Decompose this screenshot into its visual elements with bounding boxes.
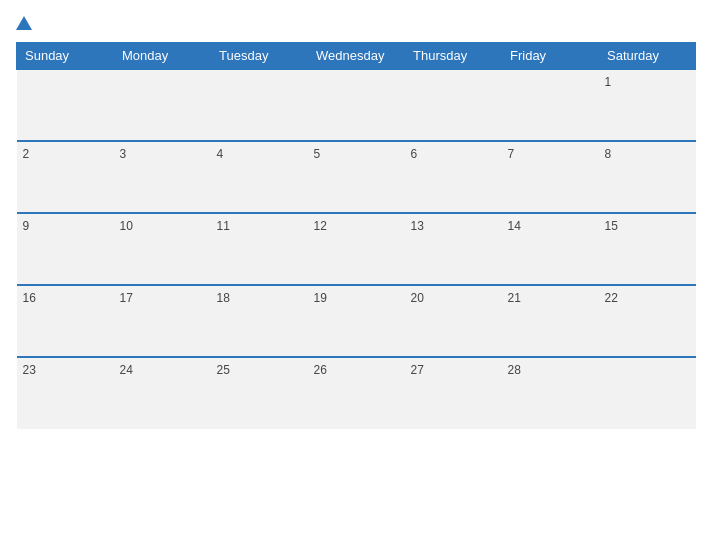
calendar-body: 1234567891011121314151617181920212223242…: [17, 69, 696, 429]
calendar-cell: 16: [17, 285, 114, 357]
calendar-cell: 17: [114, 285, 211, 357]
calendar-cell: 20: [405, 285, 502, 357]
calendar-cell: 7: [502, 141, 599, 213]
calendar-week-row: 9101112131415: [17, 213, 696, 285]
day-number: 28: [508, 363, 521, 377]
calendar-week-row: 1: [17, 69, 696, 141]
day-number: 13: [411, 219, 424, 233]
weekday-header-row: SundayMondayTuesdayWednesdayThursdayFrid…: [17, 43, 696, 70]
day-number: 5: [314, 147, 321, 161]
calendar-cell: 8: [599, 141, 696, 213]
day-number: 9: [23, 219, 30, 233]
day-number: 26: [314, 363, 327, 377]
weekday-header-thursday: Thursday: [405, 43, 502, 70]
day-number: 22: [605, 291, 618, 305]
day-number: 15: [605, 219, 618, 233]
weekday-header-friday: Friday: [502, 43, 599, 70]
calendar-cell: 10: [114, 213, 211, 285]
calendar-cell: 11: [211, 213, 308, 285]
calendar-week-row: 16171819202122: [17, 285, 696, 357]
calendar-cell: 26: [308, 357, 405, 429]
day-number: 1: [605, 75, 612, 89]
weekday-header-wednesday: Wednesday: [308, 43, 405, 70]
calendar-cell: [114, 69, 211, 141]
calendar-cell: 24: [114, 357, 211, 429]
calendar-container: SundayMondayTuesdayWednesdayThursdayFrid…: [0, 0, 712, 550]
day-number: 6: [411, 147, 418, 161]
calendar-cell: [308, 69, 405, 141]
calendar-cell: 14: [502, 213, 599, 285]
calendar-cell: 21: [502, 285, 599, 357]
day-number: 4: [217, 147, 224, 161]
day-number: 18: [217, 291, 230, 305]
calendar-table: SundayMondayTuesdayWednesdayThursdayFrid…: [16, 42, 696, 429]
day-number: 14: [508, 219, 521, 233]
weekday-header-tuesday: Tuesday: [211, 43, 308, 70]
calendar-cell: 6: [405, 141, 502, 213]
calendar-cell: [405, 69, 502, 141]
calendar-cell: 22: [599, 285, 696, 357]
day-number: 19: [314, 291, 327, 305]
weekday-header-sunday: Sunday: [17, 43, 114, 70]
calendar-week-row: 2345678: [17, 141, 696, 213]
calendar-cell: 1: [599, 69, 696, 141]
day-number: 20: [411, 291, 424, 305]
day-number: 11: [217, 219, 230, 233]
day-number: 7: [508, 147, 515, 161]
calendar-cell: [599, 357, 696, 429]
calendar-cell: 23: [17, 357, 114, 429]
day-number: 27: [411, 363, 424, 377]
logo: [16, 16, 34, 30]
calendar-cell: [211, 69, 308, 141]
day-number: 17: [120, 291, 133, 305]
day-number: 24: [120, 363, 133, 377]
logo-triangle-icon: [16, 16, 32, 30]
calendar-week-row: 232425262728: [17, 357, 696, 429]
day-number: 25: [217, 363, 230, 377]
logo-blue-row: [16, 16, 34, 30]
calendar-cell: 28: [502, 357, 599, 429]
calendar-cell: 9: [17, 213, 114, 285]
calendar-cell: 25: [211, 357, 308, 429]
day-number: 12: [314, 219, 327, 233]
calendar-cell: 12: [308, 213, 405, 285]
day-number: 16: [23, 291, 36, 305]
day-number: 2: [23, 147, 30, 161]
calendar-cell: 5: [308, 141, 405, 213]
calendar-cell: 2: [17, 141, 114, 213]
calendar-cell: 15: [599, 213, 696, 285]
calendar-thead: SundayMondayTuesdayWednesdayThursdayFrid…: [17, 43, 696, 70]
calendar-cell: [502, 69, 599, 141]
day-number: 8: [605, 147, 612, 161]
weekday-header-monday: Monday: [114, 43, 211, 70]
calendar-cell: 18: [211, 285, 308, 357]
calendar-cell: 4: [211, 141, 308, 213]
calendar-cell: 19: [308, 285, 405, 357]
calendar-cell: 3: [114, 141, 211, 213]
calendar-cell: [17, 69, 114, 141]
day-number: 23: [23, 363, 36, 377]
calendar-cell: 27: [405, 357, 502, 429]
weekday-header-saturday: Saturday: [599, 43, 696, 70]
calendar-header: [16, 16, 696, 30]
calendar-cell: 13: [405, 213, 502, 285]
day-number: 3: [120, 147, 127, 161]
day-number: 10: [120, 219, 133, 233]
day-number: 21: [508, 291, 521, 305]
